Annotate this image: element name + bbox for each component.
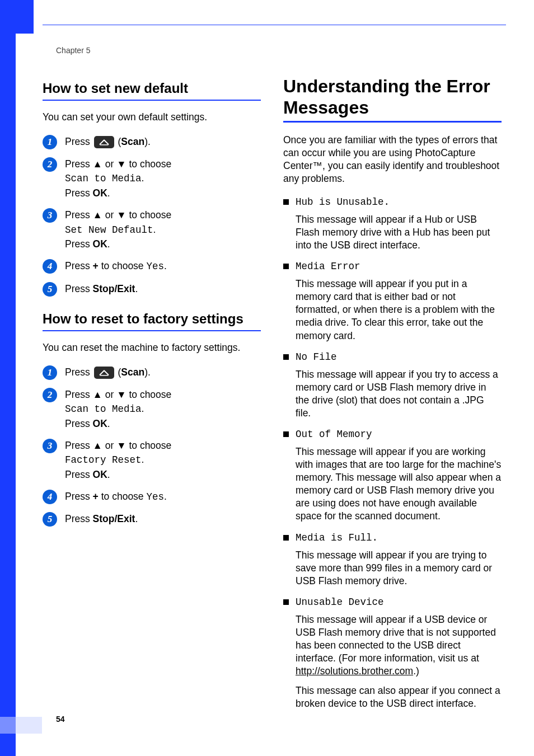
text: Press bbox=[65, 209, 93, 220]
support-link[interactable]: http://solutions.brother.com bbox=[296, 665, 413, 677]
error-item: Out of Memory This message will appear i… bbox=[283, 429, 502, 523]
top-rule bbox=[43, 25, 506, 25]
stop-exit-label: Stop/Exit bbox=[93, 513, 135, 524]
scan-key-icon bbox=[94, 367, 114, 379]
down-arrow-icon: ▼ bbox=[116, 209, 126, 220]
step-number-icon: 4 bbox=[43, 259, 57, 274]
section1-intro: You can set your own default settings. bbox=[43, 111, 261, 124]
step-text: Press ▲ or ▼ to choose Factory Reset. Pr… bbox=[65, 439, 171, 482]
right-intro: Once you are familiar with the types of … bbox=[283, 134, 502, 185]
step-number-icon: 2 bbox=[43, 388, 57, 402]
step-text: Press ▲ or ▼ to choose Scan to Media. Pr… bbox=[65, 388, 171, 431]
text: . bbox=[153, 224, 156, 235]
up-arrow-icon: ▲ bbox=[93, 158, 102, 170]
step: 3 Press ▲ or ▼ to choose Factory Reset. … bbox=[43, 439, 261, 482]
step: 5 Press Stop/Exit. bbox=[43, 512, 261, 527]
scan-label: Scan bbox=[121, 136, 144, 147]
text: to choose bbox=[99, 491, 147, 502]
text: Press bbox=[65, 440, 93, 451]
down-arrow-icon: ▼ bbox=[116, 158, 126, 170]
scan-key-icon bbox=[94, 136, 114, 148]
ok-label: OK bbox=[93, 187, 107, 199]
error-desc: This message can also appear if you conn… bbox=[296, 684, 502, 710]
text: . bbox=[142, 403, 144, 414]
text: . bbox=[107, 469, 110, 480]
text: or bbox=[102, 158, 116, 170]
text: . bbox=[107, 187, 110, 199]
rule bbox=[43, 330, 261, 331]
text: Press bbox=[65, 187, 93, 199]
text: . bbox=[164, 260, 167, 271]
error-item: Media Error This message will appear if … bbox=[283, 261, 502, 342]
text: . bbox=[142, 172, 144, 184]
menu-item: Yes bbox=[146, 261, 164, 272]
step-number-icon: 3 bbox=[43, 208, 57, 223]
step-number-icon: 2 bbox=[43, 157, 57, 172]
content-area: How to set new default You can set your … bbox=[43, 73, 506, 720]
text: to choose bbox=[127, 209, 172, 220]
error-code: No File bbox=[283, 351, 502, 363]
left-column: How to set new default You can set your … bbox=[43, 73, 261, 720]
menu-item: Scan to Media bbox=[65, 403, 142, 415]
up-arrow-icon: ▲ bbox=[93, 440, 102, 451]
down-arrow-icon: ▼ bbox=[116, 389, 126, 400]
text: or bbox=[102, 209, 116, 220]
ok-label: OK bbox=[93, 238, 107, 250]
text: Press bbox=[65, 389, 93, 400]
text: Press bbox=[65, 418, 93, 429]
up-arrow-icon: ▲ bbox=[93, 389, 102, 400]
step: 4 Press + to choose Yes. bbox=[43, 490, 261, 504]
step: 4 Press + to choose Yes. bbox=[43, 259, 261, 274]
step: 1 Press (Scan). bbox=[43, 365, 261, 380]
error-desc: This message will appear if you try to a… bbox=[296, 368, 502, 420]
step-number-icon: 1 bbox=[43, 135, 57, 149]
menu-item: Yes bbox=[146, 491, 164, 503]
chapter-label: Chapter 5 bbox=[56, 46, 90, 55]
step-number-icon: 1 bbox=[43, 365, 57, 380]
ok-label: OK bbox=[93, 418, 107, 429]
menu-item: Set New Default bbox=[65, 224, 153, 236]
step-number-icon: 4 bbox=[43, 490, 57, 504]
plus-key: + bbox=[93, 260, 99, 271]
down-arrow-icon: ▼ bbox=[116, 440, 126, 451]
text: Press bbox=[65, 260, 93, 271]
text: Press bbox=[65, 158, 93, 170]
error-code: Media is Full. bbox=[283, 532, 502, 543]
blue-left-bar bbox=[0, 0, 16, 756]
step-text: Press ▲ or ▼ to choose Scan to Media. Pr… bbox=[65, 157, 171, 200]
stop-exit-label: Stop/Exit bbox=[93, 283, 135, 294]
text: .) bbox=[413, 665, 419, 677]
error-desc: This message will appear if you are tryi… bbox=[296, 549, 502, 588]
step: 5 Press Stop/Exit. bbox=[43, 282, 261, 297]
step-number-icon: 5 bbox=[43, 282, 57, 297]
step: 3 Press ▲ or ▼ to choose Set New Default… bbox=[43, 208, 261, 251]
text: to choose bbox=[127, 389, 172, 400]
text: Press bbox=[65, 136, 93, 147]
right-title: Understanding the Error Messages bbox=[283, 76, 502, 119]
error-desc: This message will appear if you are work… bbox=[296, 445, 502, 523]
plus-key: + bbox=[93, 491, 99, 502]
step-text: Press (Scan). bbox=[65, 135, 151, 149]
text: to choose bbox=[127, 158, 172, 170]
page: Chapter 5 54 How to set new default You … bbox=[0, 0, 534, 756]
text: Press bbox=[65, 513, 93, 524]
error-desc: This message will appear if a Hub or USB… bbox=[296, 213, 502, 252]
error-code: Media Error bbox=[283, 261, 502, 272]
text: to choose bbox=[99, 260, 147, 271]
step-text: Press ▲ or ▼ to choose Set New Default. … bbox=[65, 208, 171, 251]
up-arrow-icon: ▲ bbox=[93, 209, 102, 220]
step-text: Press + to choose Yes. bbox=[65, 259, 167, 274]
error-code: Unusable Device bbox=[283, 597, 502, 608]
text: or bbox=[102, 440, 116, 451]
error-code: Hub is Unusable. bbox=[283, 196, 502, 208]
error-desc: This message will appear if a USB device… bbox=[296, 613, 502, 678]
section2-intro: You can reset the machine to factory set… bbox=[43, 341, 261, 354]
text: . bbox=[142, 454, 144, 465]
menu-item: Factory Reset bbox=[65, 454, 142, 466]
error-item: No File This message will appear if you … bbox=[283, 351, 502, 420]
text: . bbox=[135, 283, 138, 294]
rule bbox=[43, 100, 261, 101]
section1-title: How to set new default bbox=[43, 81, 261, 96]
text: . bbox=[135, 513, 138, 524]
step: 2 Press ▲ or ▼ to choose Scan to Media. … bbox=[43, 388, 261, 431]
